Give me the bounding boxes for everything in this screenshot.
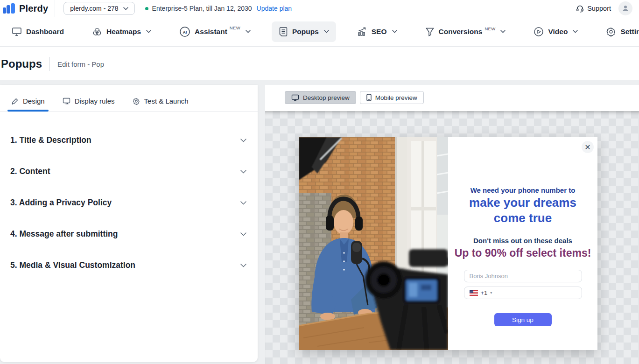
popup-offer-text: Up to 90% off select items! [448, 247, 597, 259]
chevron-down-icon [246, 30, 251, 33]
logo-text: Plerdy [19, 3, 48, 14]
popup-photo [299, 137, 448, 350]
accordion-sections: 1. Title & Description 2. Content 3. Add… [0, 112, 258, 281]
nav-label: Settings [620, 28, 639, 36]
desktop-preview-label: Desktop preview [303, 94, 350, 101]
chevron-down-icon [240, 170, 246, 174]
support-button[interactable]: Support [576, 5, 611, 13]
section-content[interactable]: 2. Content [0, 156, 258, 187]
tab-test-launch[interactable]: Test & Launch [132, 93, 190, 111]
chevron-down-icon [240, 264, 246, 267]
chevron-down-icon [146, 30, 151, 33]
chevron-down-icon [240, 232, 246, 236]
section-message-after-submitting[interactable]: 4. Message after submitting [0, 218, 258, 250]
chevron-down-icon [324, 30, 329, 33]
name-input[interactable] [464, 270, 582, 282]
phone-country-code: +1 [481, 289, 488, 296]
topbar-right: Support [576, 1, 639, 15]
mobile-preview-button[interactable]: Mobile preview [360, 91, 424, 104]
preview-canvas: ✕ We need your phone number to make your… [265, 111, 639, 364]
monitor-icon [63, 98, 70, 105]
section-title: 2. Content [10, 167, 50, 176]
popup-preview: ✕ We need your phone number to make your… [299, 137, 597, 350]
breadcrumb: Popups Edit form - Pop [1, 57, 104, 71]
us-flag-icon [470, 290, 478, 296]
chevron-down-icon [500, 30, 506, 33]
desktop-preview-button[interactable]: Desktop preview [285, 91, 356, 104]
nav-label: SEO [372, 28, 387, 36]
mobile-preview-label: Mobile preview [375, 94, 417, 101]
gear-icon [133, 98, 140, 105]
funnel-icon [425, 27, 435, 36]
chevron-down-icon [240, 139, 246, 142]
main-nav: Dashboard Heatmaps AI Assistant NEW [0, 17, 639, 47]
editor-card: Design Display rules Test & Launch [0, 85, 258, 362]
nav-label: Assistant [195, 28, 227, 36]
close-icon[interactable]: ✕ [582, 141, 594, 153]
headset-icon [576, 5, 584, 13]
chevron-down-icon [123, 7, 128, 10]
nav-item-settings[interactable]: Settings [599, 21, 639, 42]
phone-input[interactable]: +1 ▾ [464, 287, 582, 299]
nav-item-assistant[interactable]: AI Assistant NEW [172, 21, 258, 42]
popup-fields: +1 ▾ Sign up [464, 270, 582, 326]
plan-status-dot [145, 7, 148, 10]
plerdy-logo-icon [3, 3, 16, 14]
plerdy-app: Plerdy plerdy.com - 278 Enterprise-5 Pla… [0, 0, 639, 364]
nav-label: Heatmaps [106, 28, 141, 36]
preview-toolbar: Desktop preview Mobile preview [265, 85, 639, 104]
svg-text:AI: AI [183, 29, 187, 34]
nav-item-seo[interactable]: SEO [350, 22, 404, 42]
editor-tabs: Design Display rules Test & Launch [0, 85, 258, 112]
nav-label: Video [548, 28, 568, 36]
tab-design[interactable]: Design [10, 93, 46, 111]
nav-item-popups[interactable]: Popups [272, 21, 336, 42]
page-title: Popups [1, 57, 42, 70]
nav-label: Popups [292, 28, 319, 36]
tab-display-rules[interactable]: Display rules [62, 93, 116, 111]
topbar-divider [55, 0, 55, 17]
nav-item-video[interactable]: Video [527, 21, 585, 42]
section-media-visual-customization[interactable]: 5. Media & Visual Customization [0, 250, 258, 281]
heatmap-icon [92, 27, 102, 36]
section-title-description[interactable]: 1. Title & Description [0, 125, 258, 156]
avatar[interactable] [618, 1, 632, 15]
chart-growth-icon [357, 27, 367, 36]
section-title: 1. Title & Description [10, 135, 91, 145]
tab-label: Display rules [75, 97, 115, 105]
popup-headline: We need your phone number to make your d… [460, 186, 585, 225]
nav-label: Dashboard [26, 28, 64, 36]
preview-panel: Desktop preview Mobile preview [265, 85, 639, 364]
plan-info: Enterprise-5 Plan, till Jan 12, 2030 [145, 5, 252, 12]
chevron-down-icon [240, 201, 246, 205]
section-title: 5. Media & Visual Customization [10, 260, 135, 270]
nav-item-conversions[interactable]: Conversions NEW [418, 22, 513, 42]
chevron-down-icon [573, 30, 578, 33]
popup-form: ✕ We need your phone number to make your… [448, 137, 597, 350]
tab-label: Test & Launch [144, 97, 189, 105]
top-bar: Plerdy plerdy.com - 278 Enterprise-5 Pla… [0, 0, 639, 17]
update-plan-link[interactable]: Update plan [257, 5, 292, 12]
caret-down-icon: ▾ [490, 291, 492, 295]
headline-prefix: We need your phone number to [470, 186, 576, 194]
document-icon [279, 27, 288, 37]
nav-item-heatmaps[interactable]: Heatmaps [85, 22, 158, 42]
pencil-icon [11, 98, 19, 105]
sign-up-button[interactable]: Sign up [494, 313, 552, 326]
plerdy-logo[interactable]: Plerdy [0, 0, 55, 17]
tab-label: Design [23, 97, 45, 105]
page-subtitle: Edit form - Pop [57, 60, 104, 68]
plan-text: Enterprise-5 Plan, till Jan 12, 2030 [152, 5, 252, 12]
popup-subheadline: Don't miss out on these deals [448, 237, 597, 245]
domain-selector[interactable]: plerdy.com - 278 [63, 2, 134, 15]
domain-selector-value: plerdy.com - 278 [70, 5, 118, 12]
gear-icon [606, 27, 616, 37]
new-badge: NEW [485, 26, 495, 31]
section-privacy-policy[interactable]: 3. Adding a Privacy Policy [0, 187, 258, 218]
smartphone-icon [366, 94, 372, 101]
monitor-icon [291, 94, 299, 101]
nav-item-dashboard[interactable]: Dashboard [5, 22, 71, 42]
nav-label: Conversions [439, 28, 483, 36]
new-badge: NEW [230, 25, 240, 30]
header-separator [49, 57, 50, 71]
